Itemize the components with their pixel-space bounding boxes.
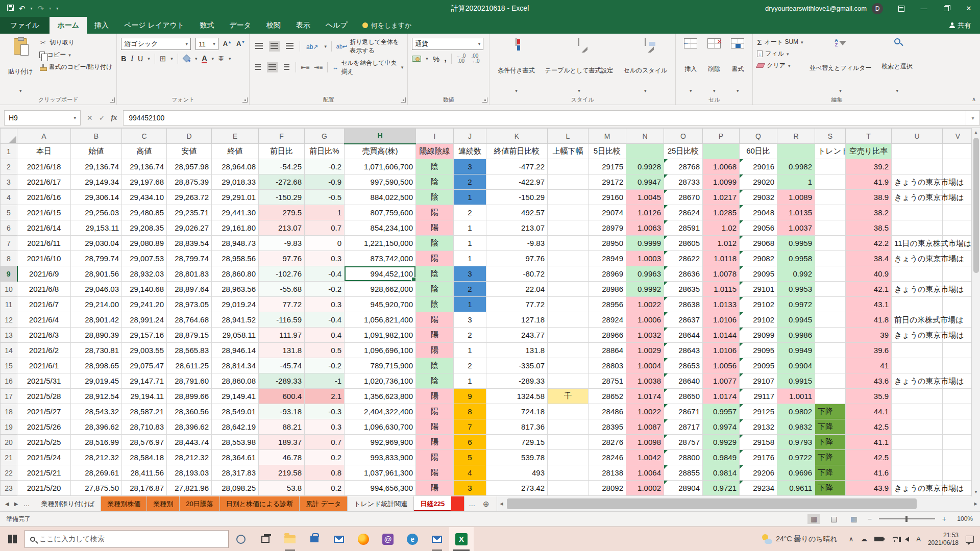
cell-K23[interactable]: 273.42 xyxy=(486,481,548,496)
cell-J12[interactable]: 3 xyxy=(454,312,486,328)
cell-B1[interactable]: 始値 xyxy=(71,144,122,159)
cell-C8[interactable]: 29,007.53 xyxy=(122,251,167,266)
cell-G22[interactable]: 0.8 xyxy=(305,465,345,481)
onedrive-icon[interactable]: ☁ xyxy=(861,535,867,543)
cell-A11[interactable]: 2021/6/7 xyxy=(17,297,71,312)
cell-L18[interactable] xyxy=(548,404,589,419)
cell-Q5[interactable]: 29048 xyxy=(740,205,777,220)
cell-K13[interactable]: 243.77 xyxy=(486,328,548,343)
cell-E2[interactable]: 28,964.08 xyxy=(212,159,259,174)
cell-A21[interactable]: 2021/5/24 xyxy=(17,450,71,465)
cell-A4[interactable]: 2021/6/16 xyxy=(17,190,71,205)
column-header-P[interactable]: P xyxy=(703,129,740,144)
firefox-button[interactable] xyxy=(351,527,376,551)
cell-A15[interactable]: 2021/6/1 xyxy=(17,358,71,373)
cell-M16[interactable]: 28751 xyxy=(589,373,626,389)
cell-J15[interactable]: 2 xyxy=(454,358,486,373)
cell-B4[interactable]: 29,306.14 xyxy=(71,190,122,205)
cell-H13[interactable]: 1,091,982,100 xyxy=(345,328,416,343)
align-top-button[interactable] xyxy=(254,41,264,52)
copy-button[interactable]: コピー ▾ xyxy=(39,51,113,59)
insert-function-button[interactable]: fx xyxy=(111,114,117,122)
cell-P5[interactable]: 1.0285 xyxy=(703,205,740,220)
cell-L13[interactable] xyxy=(548,328,589,343)
cell-H22[interactable]: 1,037,961,300 xyxy=(345,465,416,481)
cell-P2[interactable]: 1.0068 xyxy=(703,159,740,174)
cell-S23[interactable]: 下降 xyxy=(815,481,846,496)
select-all-corner[interactable] xyxy=(1,129,17,144)
cell-S7[interactable] xyxy=(815,236,846,251)
store-button[interactable] xyxy=(302,527,327,551)
row-header-20[interactable]: 20 xyxy=(1,435,17,450)
orientation-button[interactable]: ab↗ xyxy=(305,41,320,52)
cell-M12[interactable]: 28924 xyxy=(589,312,626,328)
currency-format-icon[interactable] xyxy=(412,56,421,62)
at-app-button[interactable]: @ xyxy=(376,527,400,551)
decrease-indent-button[interactable]: ⇤≡ xyxy=(301,64,309,71)
cell-O22[interactable]: 28855 xyxy=(664,465,703,481)
cell-C23[interactable]: 28,176.87 xyxy=(122,481,167,496)
align-bottom-button[interactable] xyxy=(284,41,295,52)
cell-R17[interactable]: 1.0011 xyxy=(777,389,815,404)
cell-J23[interactable]: 3 xyxy=(454,481,486,496)
cell-P7[interactable]: 1.012 xyxy=(703,236,740,251)
tab-formulas[interactable]: 数式 xyxy=(192,17,222,34)
cell-J13[interactable]: 2 xyxy=(454,328,486,343)
cell-H4[interactable]: 884,022,500 xyxy=(345,190,416,205)
cell-D3[interactable]: 28,875.39 xyxy=(167,174,212,190)
cell-B16[interactable]: 29,019.45 xyxy=(71,373,122,389)
cell-L14[interactable] xyxy=(548,343,589,358)
cell-R20[interactable]: 0.9793 xyxy=(777,435,815,450)
cell-N6[interactable]: 1.0063 xyxy=(626,220,664,236)
cell-styles-button[interactable]: セルのスタイル ▾ xyxy=(619,36,671,95)
row-header-15[interactable]: 15 xyxy=(1,358,17,373)
cell-D18[interactable]: 28,360.56 xyxy=(167,404,212,419)
sheet-tab-日経225[interactable]: 日経225 xyxy=(414,496,451,511)
cell-I8[interactable]: 陽 xyxy=(416,251,454,266)
cell-E6[interactable]: 29,161.80 xyxy=(212,220,259,236)
cell-S3[interactable] xyxy=(815,174,846,190)
page-layout-view-button[interactable]: ▤ xyxy=(827,514,840,524)
cell-B20[interactable]: 28,516.99 xyxy=(71,435,122,450)
cell-V19[interactable] xyxy=(943,419,973,435)
column-header-G[interactable]: G xyxy=(305,129,345,144)
column-header-E[interactable]: E xyxy=(212,129,259,144)
cell-E20[interactable]: 28,553.98 xyxy=(212,435,259,450)
cell-F21[interactable]: 46.78 xyxy=(259,450,305,465)
mail-button[interactable] xyxy=(327,527,351,551)
cell-K8[interactable]: 97.76 xyxy=(486,251,548,266)
cell-P3[interactable]: 1.0099 xyxy=(703,174,740,190)
underline-button[interactable]: U xyxy=(138,55,143,63)
cell-I23[interactable]: 陽 xyxy=(416,481,454,496)
autosum-button[interactable]: Σオート SUM ▾ xyxy=(757,38,803,46)
cell-L20[interactable] xyxy=(548,435,589,450)
vertical-scrollbar[interactable]: ▲ ▼ xyxy=(971,128,980,496)
account-email[interactable]: dryyourtearswithlove1@gmail.com xyxy=(765,5,867,12)
cell-R8[interactable]: 0.9958 xyxy=(777,251,815,266)
vertical-scroll-thumb[interactable] xyxy=(973,138,979,273)
cell-M8[interactable]: 28949 xyxy=(589,251,626,266)
cell-D11[interactable]: 28,973.05 xyxy=(167,297,212,312)
cell-I10[interactable]: 陰 xyxy=(416,282,454,297)
cut-button[interactable]: ✂切り取り xyxy=(39,38,113,47)
cell-E21[interactable]: 28,364.61 xyxy=(212,450,259,465)
row-header-11[interactable]: 11 xyxy=(1,297,17,312)
tab-file[interactable]: ファイル xyxy=(0,17,50,34)
cell-T8[interactable]: 38.4 xyxy=(846,251,892,266)
cell-G21[interactable]: 0.2 xyxy=(305,450,345,465)
cell-M14[interactable]: 28864 xyxy=(589,343,626,358)
cell-T14[interactable]: 39.6 xyxy=(846,343,892,358)
cell-Q20[interactable]: 29158 xyxy=(740,435,777,450)
enter-formula-button[interactable]: ✓ xyxy=(99,114,105,122)
cell-J9[interactable]: 3 xyxy=(454,266,486,282)
cell-S16[interactable] xyxy=(815,373,846,389)
cell-E8[interactable]: 28,958.56 xyxy=(212,251,259,266)
cell-C13[interactable]: 29,157.16 xyxy=(122,328,167,343)
ribbon-display-options-button[interactable] xyxy=(890,0,913,17)
cell-M21[interactable]: 28246 xyxy=(589,450,626,465)
increase-decimal-button[interactable]: ←.0.00 xyxy=(456,54,465,64)
cell-Q3[interactable]: 29020 xyxy=(740,174,777,190)
borders-dropdown[interactable]: ▾ xyxy=(170,56,173,61)
cell-T6[interactable]: 38.5 xyxy=(846,220,892,236)
cell-D22[interactable]: 28,193.03 xyxy=(167,465,212,481)
